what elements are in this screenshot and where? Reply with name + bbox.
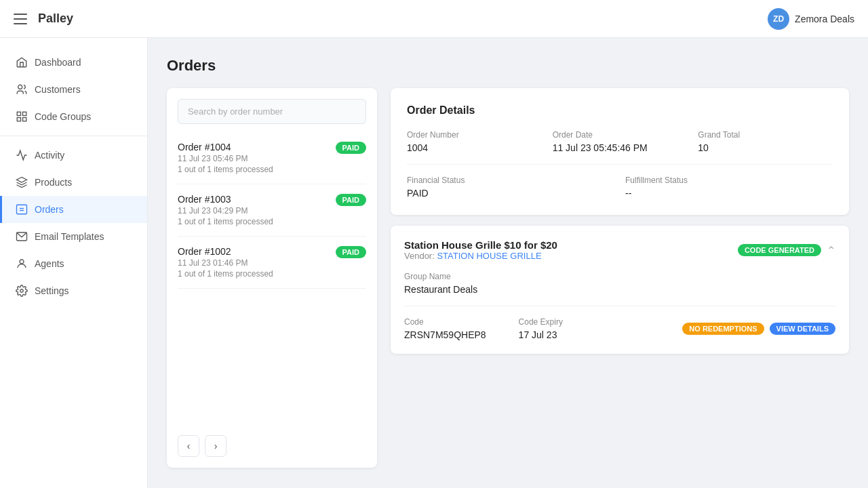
top-header: Palley ZD Zemora Deals [0, 0, 868, 38]
sidebar-item-settings-label: Settings [35, 285, 69, 296]
sidebar: Dashboard Customers Code Groups [0, 38, 148, 488]
svg-rect-2 [23, 112, 26, 115]
order-number-field: Order Number 1004 [407, 130, 542, 153]
pagination: ‹ › [178, 435, 366, 457]
vendor-link[interactable]: STATION HOUSE GRILLE [437, 251, 541, 261]
order-item-info: Order #1003 11 Jul 23 04:29 PM 1 out of … [178, 194, 273, 226]
sidebar-item-customers[interactable]: Customers [0, 76, 147, 103]
code-value: ZRSN7M59QHEP8 [404, 329, 486, 340]
app-title: Palley [38, 12, 73, 26]
svg-rect-3 [23, 118, 26, 121]
svg-point-0 [18, 85, 22, 89]
sidebar-item-code-groups[interactable]: Code Groups [0, 103, 147, 130]
sidebar-item-agents[interactable]: Agents [0, 250, 147, 277]
product-title: Station House Grille $10 for $20 [404, 239, 557, 251]
status-badge: PAID [336, 246, 366, 258]
user-name: Zemora Deals [795, 14, 854, 24]
order-list: Order #1004 11 Jul 23 05:46 PM 1 out of … [178, 132, 366, 424]
svg-point-10 [20, 289, 24, 293]
grand-total-field: Grand Total 10 [698, 130, 833, 153]
user-area: ZD Zemora Deals [768, 8, 854, 30]
activity-icon [16, 149, 28, 161]
view-details-button[interactable]: VIEW DETAILS [770, 323, 835, 335]
order-details-grid: Order Number 1004 Order Date 11 Jul 23 0… [407, 130, 833, 153]
sidebar-item-activity[interactable]: Activity [0, 142, 147, 169]
hamburger-menu[interactable] [14, 14, 27, 24]
group-name-value: Restaurant Deals [404, 284, 835, 295]
grand-total-value: 10 [698, 142, 833, 153]
page-title: Orders [167, 57, 849, 75]
svg-rect-5 [17, 205, 27, 214]
sidebar-item-settings[interactable]: Settings [0, 277, 147, 304]
sidebar-item-email-templates[interactable]: Email Templates [0, 223, 147, 250]
financial-status-value: PAID [407, 188, 614, 199]
svg-rect-1 [17, 112, 20, 115]
order-processed: 1 out of 1 items processed [178, 269, 273, 279]
code-info: Code ZRSN7M59QHEP8 Code Expiry 17 Jul 23 [404, 317, 563, 340]
order-processed: 1 out of 1 items processed [178, 165, 273, 174]
order-number: Order #1002 [178, 246, 273, 257]
table-row[interactable]: Order #1002 11 Jul 23 01:46 PM 1 out of … [178, 237, 366, 289]
avatar: ZD [768, 8, 789, 30]
code-field: Code ZRSN7M59QHEP8 [404, 317, 486, 340]
group-name-label: Group Name [404, 272, 835, 281]
table-row[interactable]: Order #1004 11 Jul 23 05:46 PM 1 out of … [178, 132, 366, 184]
sidebar-divider [0, 136, 147, 136]
order-processed: 1 out of 1 items processed [178, 217, 273, 226]
order-date-value: 11 Jul 23 05:45:46 PM [553, 142, 688, 153]
sidebar-item-dashboard[interactable]: Dashboard [0, 49, 147, 76]
code-label: Code [404, 317, 486, 327]
code-expiry-label: Code Expiry [519, 317, 563, 327]
main-content: Orders Order #1004 11 Jul 23 05:46 PM 1 … [148, 38, 868, 488]
collapse-icon[interactable]: ⌃ [827, 244, 835, 257]
sidebar-item-code-groups-label: Code Groups [35, 111, 91, 122]
package-icon [16, 176, 28, 188]
grand-total-label: Grand Total [698, 130, 833, 140]
order-number-label: Order Number [407, 130, 542, 140]
financial-status-field: Financial Status PAID [407, 176, 614, 199]
order-date: 11 Jul 23 04:29 PM [178, 206, 273, 216]
orders-icon [16, 203, 28, 216]
orders-panel: Order #1004 11 Jul 23 05:46 PM 1 out of … [167, 88, 377, 468]
prev-page-button[interactable]: ‹ [178, 435, 199, 457]
order-date-field: Order Date 11 Jul 23 05:45:46 PM [553, 130, 688, 153]
sidebar-item-orders[interactable]: Orders [0, 196, 147, 223]
product-card: Station House Grille $10 for $20 Vendor:… [391, 226, 849, 354]
sidebar-item-customers-label: Customers [35, 84, 81, 95]
order-date: 11 Jul 23 01:46 PM [178, 258, 273, 268]
sidebar-item-orders-label: Orders [35, 204, 64, 215]
product-card-header: Station House Grille $10 for $20 Vendor:… [404, 239, 835, 261]
no-redemptions-button[interactable]: NO REDEMPTIONS [682, 323, 764, 335]
order-status-grid: Financial Status PAID Fulfillment Status… [407, 164, 833, 199]
fulfillment-status-label: Fulfillment Status [625, 176, 833, 185]
vendor-line: Vendor: STATION HOUSE GRILLE [404, 251, 557, 261]
detail-area: Order Details Order Number 1004 Order Da… [391, 88, 849, 354]
code-expiry-field: Code Expiry 17 Jul 23 [519, 317, 563, 340]
users-icon [16, 83, 28, 96]
next-page-button[interactable]: › [205, 435, 226, 457]
product-body: Group Name Restaurant Deals [404, 272, 835, 295]
sidebar-item-products[interactable]: Products [0, 169, 147, 196]
svg-rect-4 [17, 118, 20, 121]
sidebar-item-email-templates-label: Email Templates [35, 231, 104, 242]
grid-icon [16, 110, 28, 123]
code-generated-badge: CODE GENERATED [738, 244, 821, 256]
order-number-value: 1004 [407, 142, 542, 153]
product-footer: Code ZRSN7M59QHEP8 Code Expiry 17 Jul 23… [404, 306, 835, 340]
table-row[interactable]: Order #1003 11 Jul 23 04:29 PM 1 out of … [178, 184, 366, 237]
order-date-label: Order Date [553, 130, 688, 140]
settings-icon [16, 285, 28, 297]
sidebar-item-agents-label: Agents [35, 258, 64, 269]
vendor-label: Vendor: [404, 251, 435, 261]
code-actions: NO REDEMPTIONS VIEW DETAILS [682, 323, 835, 335]
content-row: Order #1004 11 Jul 23 05:46 PM 1 out of … [167, 88, 849, 468]
status-badge: PAID [336, 194, 366, 206]
sidebar-item-dashboard-label: Dashboard [35, 57, 81, 68]
financial-status-label: Financial Status [407, 176, 614, 185]
status-badge: PAID [336, 142, 366, 154]
order-item-info: Order #1002 11 Jul 23 01:46 PM 1 out of … [178, 246, 273, 279]
sidebar-item-products-label: Products [35, 177, 72, 188]
search-input[interactable] [178, 99, 366, 124]
order-item-info: Order #1004 11 Jul 23 05:46 PM 1 out of … [178, 142, 273, 174]
sidebar-item-activity-label: Activity [35, 150, 64, 161]
